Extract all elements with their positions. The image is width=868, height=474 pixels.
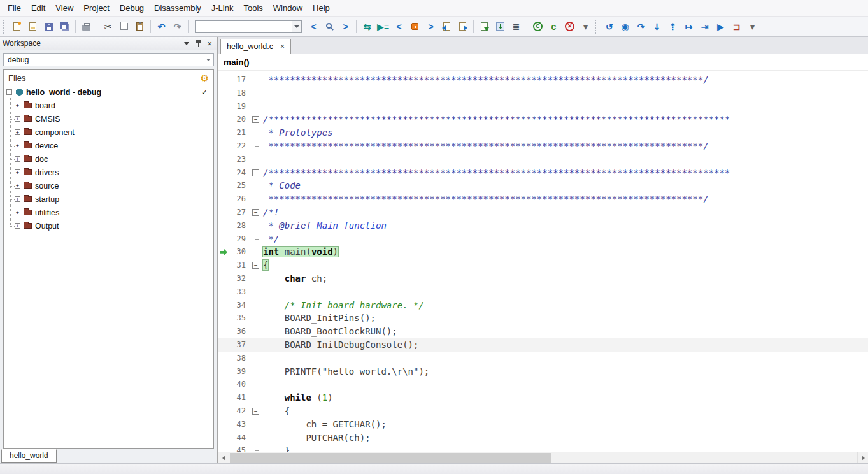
breakpoint-gutter[interactable] — [218, 431, 229, 445]
open-document-button[interactable] — [25, 19, 41, 34]
expand-icon[interactable]: + — [15, 196, 20, 202]
breakpoint-gutter[interactable] — [218, 206, 229, 219]
code-line-17[interactable]: 17 *************************************… — [218, 73, 868, 87]
breakpoint-gutter[interactable] — [218, 166, 229, 180]
expand-icon[interactable]: + — [15, 103, 20, 108]
code-line-34[interactable]: 34 /* Init board hardware. */ — [218, 299, 868, 312]
code-line-41[interactable]: 41 while (1) — [218, 391, 868, 405]
breakpoint-gutter[interactable] — [218, 113, 229, 126]
code-line-31[interactable]: 31{ — [218, 259, 868, 272]
code-text[interactable]: * Prototypes — [260, 126, 333, 140]
go-to-bookmark-button[interactable]: ▶≡ — [375, 19, 391, 34]
horizontal-scrollbar[interactable] — [218, 452, 868, 463]
step-out-button[interactable]: ⇡ — [665, 19, 681, 34]
navigate-forward-button[interactable] — [455, 19, 471, 34]
cstat-analyze-button[interactable]: C — [530, 19, 546, 34]
new-document-button[interactable] — [9, 19, 25, 34]
code-text[interactable]: * @brief Main function — [260, 219, 387, 233]
code-line-20[interactable]: 20/*************************************… — [218, 113, 868, 126]
code-line-30[interactable]: 30int main(void) — [218, 245, 868, 259]
configuration-dropdown[interactable]: debug — [3, 53, 214, 66]
code-text[interactable]: BOARD_BootClockRUN(); — [260, 325, 397, 338]
breakpoint-gutter[interactable] — [218, 272, 229, 285]
scroll-right-button[interactable] — [857, 452, 868, 463]
tree-item-startup[interactable]: +startup — [4, 192, 213, 206]
code-text[interactable]: ****************************************… — [260, 192, 709, 206]
next-statement-button[interactable]: ↦ — [681, 19, 697, 34]
code-text[interactable]: { — [260, 259, 268, 272]
workspace-close-button[interactable]: × — [204, 39, 215, 48]
fold-toggle-icon[interactable] — [250, 206, 260, 219]
breakpoint-gutter[interactable] — [218, 418, 229, 431]
breakpoint-gutter[interactable] — [218, 299, 229, 312]
scrollbar-thumb[interactable] — [230, 453, 551, 463]
code-line-23[interactable]: 23 — [218, 153, 868, 166]
breakpoint-gutter[interactable] — [218, 378, 229, 391]
go-button[interactable]: ▶ — [713, 19, 729, 34]
save-button[interactable] — [41, 19, 57, 34]
breakpoint-gutter[interactable] — [218, 126, 229, 140]
editor-tab-hello-world-c[interactable]: hello_world.c × — [220, 39, 291, 54]
breakpoint-gutter[interactable] — [218, 338, 229, 352]
code-text[interactable]: BOARD_InitDebugConsole(); — [260, 338, 418, 352]
code-area[interactable]: 17 *************************************… — [218, 71, 868, 452]
breakpoint-gutter[interactable] — [218, 100, 229, 113]
find-previous-button[interactable]: < — [306, 19, 322, 34]
redo-button[interactable]: ↷ — [169, 19, 185, 34]
breakpoint-gutter[interactable] — [218, 73, 229, 87]
save-all-button[interactable] — [57, 19, 73, 34]
code-text[interactable] — [260, 352, 263, 365]
navigate-backward-button[interactable] — [439, 19, 455, 34]
breakpoint-gutter[interactable] — [218, 140, 229, 153]
break-button[interactable]: ◉ — [617, 19, 633, 34]
code-line-35[interactable]: 35 BOARD_InitPins(); — [218, 312, 868, 325]
code-line-18[interactable]: 18 — [218, 87, 868, 100]
menu-help[interactable]: Help — [308, 1, 335, 15]
code-line-40[interactable]: 40 — [218, 378, 868, 391]
cut-button[interactable]: ✂ — [100, 19, 116, 34]
code-text[interactable]: ****************************************… — [260, 73, 709, 87]
stop-build-button[interactable]: ✕ — [562, 19, 578, 34]
fold-toggle-icon[interactable] — [250, 166, 260, 180]
code-line-19[interactable]: 19 — [218, 100, 868, 113]
code-line-38[interactable]: 38 — [218, 352, 868, 365]
code-text[interactable]: ****************************************… — [260, 140, 709, 153]
workspace-menu-button[interactable] — [181, 39, 192, 48]
breakpoint-gutter[interactable] — [218, 391, 229, 405]
tree-item-output[interactable]: +Output — [4, 219, 213, 233]
tree-item-device[interactable]: +device — [4, 139, 213, 152]
menu-tools[interactable]: Tools — [238, 1, 267, 15]
code-line-22[interactable]: 22 *************************************… — [218, 140, 868, 153]
tree-item-drivers[interactable]: +drivers — [4, 166, 213, 179]
breakpoint-gutter[interactable] — [218, 365, 229, 378]
find-next-button[interactable]: > — [338, 19, 353, 34]
find-button[interactable] — [322, 19, 338, 34]
expand-icon[interactable]: + — [15, 129, 20, 135]
code-line-45[interactable]: 45 } — [218, 444, 868, 452]
breakpoint-gutter[interactable] — [218, 259, 229, 272]
code-text[interactable] — [260, 285, 263, 299]
toggle-breakpoint-button[interactable] — [407, 19, 423, 34]
menu-disassembly[interactable]: Disassembly — [149, 1, 206, 15]
gear-icon[interactable]: ⚙ — [201, 73, 209, 83]
project-options-button[interactable]: ≣ — [508, 19, 524, 34]
breakpoint-gutter[interactable] — [218, 179, 229, 192]
code-line-42[interactable]: 42 { — [218, 405, 868, 418]
code-line-24[interactable]: 24/*************************************… — [218, 166, 868, 180]
code-line-25[interactable]: 25 * Code — [218, 179, 868, 192]
code-text[interactable]: /***************************************… — [260, 113, 730, 126]
expand-icon[interactable]: + — [15, 210, 20, 215]
breakpoint-gutter[interactable] — [218, 87, 229, 100]
step-into-button[interactable]: ⇣ — [649, 19, 665, 34]
tree-item-cmsis[interactable]: +CMSIS — [4, 112, 213, 126]
tree-item-hello-world-debug[interactable]: − hello_world - debug ✓ — [4, 85, 213, 99]
stop-debugging-button[interactable]: ⊐ — [729, 19, 744, 34]
search-combo[interactable] — [195, 20, 302, 33]
breakpoint-gutter[interactable] — [218, 352, 229, 365]
debug-menu-dropdown[interactable]: ▾ — [744, 19, 760, 34]
code-line-21[interactable]: 21 * Prototypes — [218, 126, 868, 140]
menu-file[interactable]: File — [3, 1, 26, 15]
code-line-44[interactable]: 44 PUTCHAR(ch); — [218, 431, 868, 445]
breakpoint-gutter[interactable] — [218, 192, 229, 206]
code-line-39[interactable]: 39 PRINTF("hello world.\r\n"); — [218, 365, 868, 378]
